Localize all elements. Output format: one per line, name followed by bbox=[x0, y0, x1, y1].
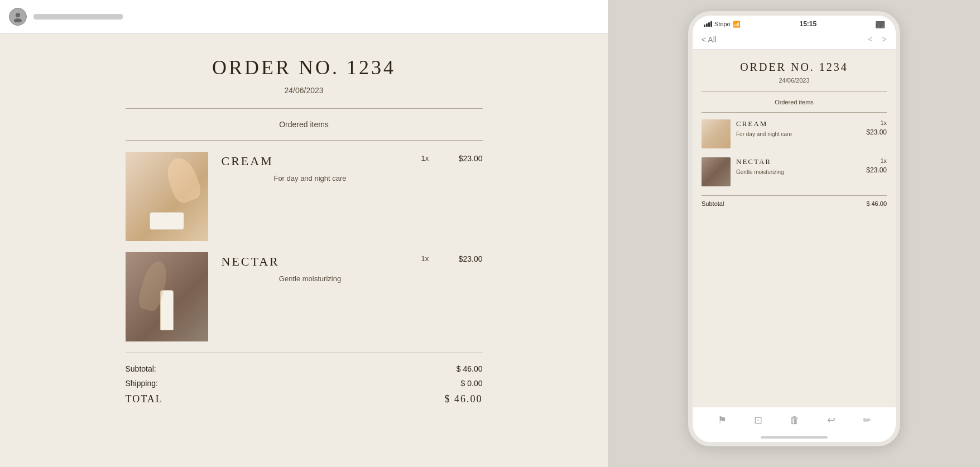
subtotal-row: Subtotal: $ 46.00 bbox=[126, 364, 483, 373]
mobile-home-indicator bbox=[693, 433, 896, 442]
mobile-product-image-nectar bbox=[702, 157, 731, 186]
battery-icon: ▓▓ bbox=[876, 21, 885, 27]
avatar bbox=[9, 8, 27, 26]
mobile-product-row-cream: CREAM For day and night care 1x $23.00 bbox=[702, 119, 887, 148]
editor-content[interactable]: ORDER NO. 1234 24/06/2023 Ordered items … bbox=[0, 33, 608, 467]
compose-icon[interactable]: ✏ bbox=[863, 414, 871, 426]
reply-icon[interactable]: ↩ bbox=[827, 414, 835, 426]
product-name-nectar: NECTAR bbox=[222, 254, 399, 269]
mobile-time: 15:15 bbox=[800, 20, 817, 28]
mobile-product-name-nectar: NECTAR bbox=[736, 157, 861, 166]
folder-icon[interactable]: ⊡ bbox=[754, 414, 762, 426]
mobile-product-name-cream: CREAM bbox=[736, 119, 861, 128]
mobile-subtotal-row: Subtotal $ 46.00 bbox=[702, 195, 887, 207]
editor-panel: ORDER NO. 1234 24/06/2023 Ordered items … bbox=[0, 0, 608, 467]
email-date: 24/06/2023 bbox=[126, 86, 483, 95]
mobile-product-desc-nectar: Gentle moisturizing bbox=[736, 168, 861, 176]
mobile-nav-bar[interactable]: < All < > bbox=[693, 30, 896, 50]
mobile-product-desc-cream: For day and night care bbox=[736, 131, 861, 138]
mobile-bottom-bar[interactable]: ⚑ ⊡ 🗑 ↩ ✏ bbox=[693, 407, 896, 433]
mobile-divider-top bbox=[702, 92, 887, 92]
total-label: TOTAL bbox=[126, 393, 163, 405]
product-row-cream: CREAM For day and night care 1x $23.00 bbox=[126, 152, 483, 241]
mobile-email-date: 24/06/2023 bbox=[702, 77, 887, 84]
product-image-cream bbox=[126, 152, 208, 241]
shipping-value: $ 0.00 bbox=[461, 379, 483, 388]
mobile-email-content[interactable]: ORDER NO. 1234 24/06/2023 Ordered items … bbox=[693, 50, 896, 407]
mobile-next-button[interactable]: > bbox=[882, 35, 887, 45]
signal-bar-4 bbox=[710, 21, 712, 27]
mobile-status-bar: Stripo 📶 15:15 ▓▓ bbox=[693, 16, 896, 30]
product-name-cream: CREAM bbox=[222, 154, 399, 168]
product-price-cream: $23.00 bbox=[444, 152, 483, 163]
divider-top bbox=[126, 108, 483, 109]
totals-section: Subtotal: $ 46.00 Shipping: $ 0.00 TOTAL… bbox=[126, 353, 483, 405]
mobile-product-price-cream: $23.00 bbox=[866, 128, 887, 136]
wifi-icon: 📶 bbox=[733, 21, 741, 28]
svg-point-1 bbox=[14, 18, 22, 22]
product-qty-nectar: 1x bbox=[421, 252, 444, 263]
mobile-product-qty-price-cream: 1x $23.00 bbox=[866, 119, 887, 136]
signal-bars-icon bbox=[704, 21, 712, 27]
mobile-subtotal-label: Subtotal bbox=[702, 200, 724, 207]
shipping-label: Shipping: bbox=[126, 379, 158, 388]
svg-point-0 bbox=[16, 13, 20, 17]
mobile-product-info-cream: CREAM For day and night care bbox=[736, 119, 861, 138]
product-image-nectar bbox=[126, 252, 208, 341]
items-divider bbox=[126, 140, 483, 141]
product-row-nectar: NECTAR Gentle moisturizing 1x $23.00 bbox=[126, 252, 483, 341]
mobile-product-image-cream bbox=[702, 119, 731, 148]
product-desc-cream: For day and night care bbox=[222, 173, 399, 184]
product-price-nectar: $23.00 bbox=[444, 252, 483, 263]
mobile-device: Stripo 📶 15:15 ▓▓ < All < > ORDER NO. 12… bbox=[688, 11, 900, 446]
shipping-row: Shipping: $ 0.00 bbox=[126, 379, 483, 388]
signal-bar-2 bbox=[706, 23, 708, 27]
product-qty-cream: 1x bbox=[421, 152, 444, 162]
home-bar bbox=[761, 436, 828, 439]
mobile-product-qty-cream: 1x bbox=[880, 119, 887, 126]
grand-total-row: TOTAL $ 46.00 bbox=[126, 393, 483, 405]
subtotal-value: $ 46.00 bbox=[457, 364, 483, 373]
preview-panel: Stripo 📶 15:15 ▓▓ < All < > ORDER NO. 12… bbox=[608, 0, 980, 467]
flag-icon[interactable]: ⚑ bbox=[718, 414, 727, 426]
mobile-back-button[interactable]: < All bbox=[702, 35, 717, 44]
trash-icon[interactable]: 🗑 bbox=[790, 415, 800, 426]
product-info-nectar: NECTAR Gentle moisturizing bbox=[222, 252, 399, 285]
product-desc-nectar: Gentle moisturizing bbox=[222, 273, 399, 285]
mobile-status-left: Stripo 📶 bbox=[704, 21, 741, 28]
mobile-prev-button[interactable]: < bbox=[868, 35, 873, 45]
mobile-subtotal-value: $ 46.00 bbox=[866, 200, 887, 207]
mobile-product-row-nectar: NECTAR Gentle moisturizing 1x $23.00 bbox=[702, 157, 887, 186]
toolbar-placeholder bbox=[33, 14, 123, 20]
mobile-product-qty-price-nectar: 1x $23.00 bbox=[866, 157, 887, 174]
mobile-product-price-nectar: $23.00 bbox=[866, 166, 887, 174]
mobile-ordered-items-label: Ordered items bbox=[702, 99, 887, 105]
mobile-email-title: ORDER NO. 1234 bbox=[702, 61, 887, 74]
mobile-battery: ▓▓ bbox=[876, 21, 885, 27]
total-value: $ 46.00 bbox=[445, 393, 483, 405]
mobile-nav-arrows: < > bbox=[868, 35, 887, 45]
mobile-product-qty-nectar: 1x bbox=[880, 157, 887, 164]
signal-bar-1 bbox=[704, 25, 705, 27]
subtotal-label: Subtotal: bbox=[126, 364, 156, 373]
product-info-cream: CREAM For day and night care bbox=[222, 152, 399, 184]
ordered-items-label: Ordered items bbox=[126, 120, 483, 129]
email-title: ORDER NO. 1234 bbox=[126, 56, 483, 79]
mobile-product-info-nectar: NECTAR Gentle moisturizing bbox=[736, 157, 861, 176]
carrier-label: Stripo bbox=[714, 21, 731, 27]
editor-toolbar bbox=[0, 0, 608, 33]
signal-bar-3 bbox=[708, 22, 710, 27]
mobile-items-divider bbox=[702, 112, 887, 113]
email-body: ORDER NO. 1234 24/06/2023 Ordered items … bbox=[81, 33, 527, 444]
